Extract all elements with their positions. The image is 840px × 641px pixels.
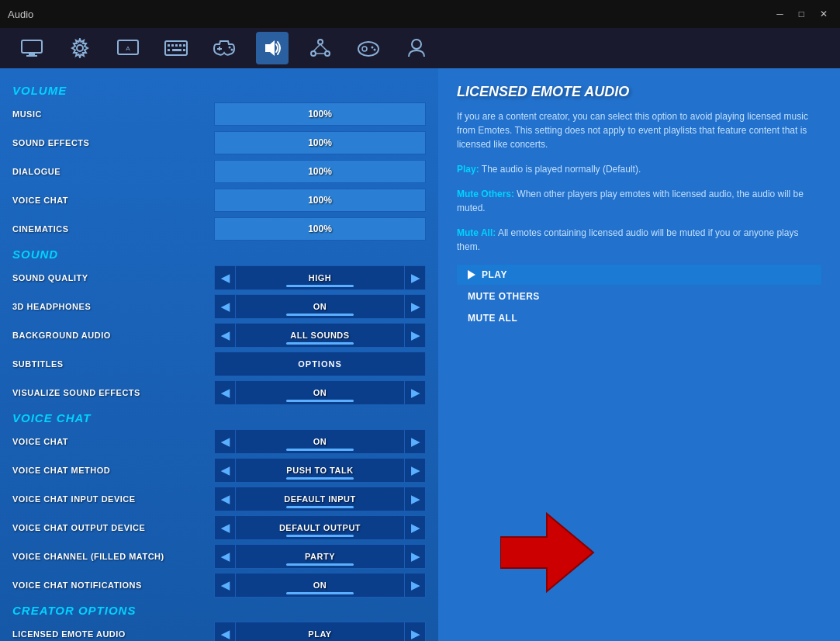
volume-section-header: VOLUME bbox=[12, 84, 426, 97]
svg-point-27 bbox=[362, 47, 367, 51]
background-audio-prev[interactable]: ◀ bbox=[214, 323, 236, 348]
voice-channel-label: VOICE CHANNEL (FILLED MATCH) bbox=[12, 552, 214, 561]
voice-notifications-prev[interactable]: ◀ bbox=[214, 573, 236, 598]
voice-chat-volume-value: 100% bbox=[308, 195, 332, 206]
voice-chat-output-prev[interactable]: ◀ bbox=[214, 515, 236, 540]
headphones-prev[interactable]: ◀ bbox=[214, 294, 236, 319]
nav-controller-icon[interactable] bbox=[208, 32, 240, 64]
voice-chat-method-row: VOICE CHAT METHOD ◀ PUSH TO TALK ▶ bbox=[12, 458, 426, 483]
nav-keyboard-icon[interactable] bbox=[160, 32, 192, 64]
sound-section-header: SOUND bbox=[12, 248, 426, 261]
licensed-emote-next[interactable]: ▶ bbox=[404, 622, 426, 641]
music-value: 100% bbox=[308, 109, 332, 120]
voice-chat-output-label: VOICE CHAT OUTPUT DEVICE bbox=[12, 523, 214, 532]
svg-marker-19 bbox=[265, 40, 275, 56]
subtitles-options-btn[interactable]: OPTIONS bbox=[214, 352, 426, 376]
dialogue-row: DIALOGUE 100% bbox=[12, 159, 426, 184]
voice-chat-input-next[interactable]: ▶ bbox=[404, 487, 426, 511]
visualize-selector: ◀ ON ▶ bbox=[214, 380, 426, 405]
background-audio-row: BACKGROUND AUDIO ◀ ALL SOUNDS ▶ bbox=[12, 323, 426, 348]
licensed-emote-prev[interactable]: ◀ bbox=[214, 622, 236, 641]
nav-monitor-icon[interactable] bbox=[16, 32, 48, 64]
nav-network-icon[interactable] bbox=[304, 32, 337, 64]
cinematics-slider[interactable]: 100% bbox=[214, 217, 426, 241]
nav-audio-icon[interactable] bbox=[256, 32, 289, 64]
voice-chat-output-value: DEFAULT OUTPUT bbox=[236, 515, 404, 540]
sound-quality-selector: ◀ HIGH ▶ bbox=[214, 265, 426, 290]
voice-chat-input-selector: ◀ DEFAULT INPUT ▶ bbox=[214, 487, 426, 511]
visualize-next[interactable]: ▶ bbox=[404, 380, 426, 405]
sound-quality-row: SOUND QUALITY ◀ HIGH ▶ bbox=[12, 265, 426, 290]
nav-bar: A bbox=[0, 28, 840, 68]
nav-display-icon[interactable]: A bbox=[112, 32, 144, 64]
voice-notifications-next[interactable]: ▶ bbox=[404, 573, 426, 598]
voice-chat-method-selector: ◀ PUSH TO TALK ▶ bbox=[214, 458, 426, 483]
svg-line-23 bbox=[313, 44, 320, 51]
play-label: Play: bbox=[457, 164, 479, 175]
right-panel-play-desc: Play: The audio is played normally (Defa… bbox=[457, 162, 821, 176]
mute-all-label: Mute All: bbox=[457, 227, 496, 238]
svg-rect-2 bbox=[26, 55, 37, 57]
title-bar: Audio ─ □ ✕ bbox=[0, 0, 840, 28]
voice-chat-volume-slider[interactable]: 100% bbox=[214, 189, 426, 212]
svg-point-20 bbox=[318, 40, 323, 44]
voice-channel-next[interactable]: ▶ bbox=[404, 544, 426, 569]
background-audio-value: ALL SOUNDS bbox=[236, 323, 404, 348]
creator-section-header: CREATOR OPTIONS bbox=[12, 604, 426, 617]
close-button[interactable]: ✕ bbox=[815, 7, 832, 21]
right-panel-mute-all-desc: Mute All: All emotes containing licensed… bbox=[457, 226, 821, 254]
licensed-emote-value: PLAY bbox=[236, 622, 404, 641]
voice-chat-output-selector: ◀ DEFAULT OUTPUT ▶ bbox=[214, 515, 426, 540]
minimize-button[interactable]: ─ bbox=[772, 7, 788, 21]
voice-channel-prev[interactable]: ◀ bbox=[214, 544, 236, 569]
sound-effects-label: SOUND EFFECTS bbox=[12, 138, 214, 147]
right-option-mute-others[interactable]: MUTE OTHERS bbox=[457, 286, 821, 307]
right-option-mute-all-label: MUTE ALL bbox=[468, 313, 517, 324]
dialogue-value: 100% bbox=[308, 166, 332, 177]
svg-rect-1 bbox=[29, 53, 35, 55]
voice-notifications-value: ON bbox=[236, 573, 404, 598]
cinematics-label: CINEMATICS bbox=[12, 224, 214, 234]
background-audio-next[interactable]: ▶ bbox=[404, 323, 426, 348]
sound-effects-value: 100% bbox=[308, 137, 332, 148]
svg-point-28 bbox=[372, 47, 374, 49]
music-slider[interactable]: 100% bbox=[214, 102, 426, 126]
nav-profile-icon[interactable] bbox=[400, 32, 433, 64]
sound-effects-slider[interactable]: 100% bbox=[214, 131, 426, 154]
sound-quality-prev[interactable]: ◀ bbox=[214, 265, 236, 290]
voice-chat-toggle-prev[interactable]: ◀ bbox=[214, 429, 236, 454]
voice-chat-input-prev[interactable]: ◀ bbox=[214, 487, 236, 511]
voice-chat-section-header: VOICE CHAT bbox=[12, 411, 426, 424]
voice-chat-toggle-next[interactable]: ▶ bbox=[404, 429, 426, 454]
red-arrow-icon bbox=[500, 506, 640, 599]
app-title: Audio bbox=[8, 9, 33, 20]
dialogue-label: DIALOGUE bbox=[12, 167, 214, 176]
voice-chat-method-prev[interactable]: ◀ bbox=[214, 458, 236, 483]
cinematics-row: CINEMATICS 100% bbox=[12, 217, 426, 241]
music-row: MUSIC 100% bbox=[12, 102, 426, 126]
right-option-play[interactable]: PLAY bbox=[457, 265, 821, 285]
voice-chat-method-next[interactable]: ▶ bbox=[404, 458, 426, 483]
headphones-next[interactable]: ▶ bbox=[404, 294, 426, 319]
voice-chat-toggle-value: ON bbox=[236, 429, 404, 454]
voice-chat-output-row: VOICE CHAT OUTPUT DEVICE ◀ DEFAULT OUTPU… bbox=[12, 515, 426, 540]
nav-gear-icon[interactable] bbox=[64, 32, 96, 64]
nav-gamepad2-icon[interactable] bbox=[352, 32, 385, 64]
dialogue-slider[interactable]: 100% bbox=[214, 160, 426, 183]
voice-chat-method-value: PUSH TO TALK bbox=[236, 458, 404, 483]
svg-point-22 bbox=[325, 51, 330, 56]
music-label: MUSIC bbox=[12, 109, 214, 119]
voice-notifications-row: VOICE CHAT NOTIFICATIONS ◀ ON ▶ bbox=[12, 573, 426, 598]
right-options-list: PLAY MUTE OTHERS MUTE ALL bbox=[457, 265, 821, 328]
maximize-button[interactable]: □ bbox=[794, 7, 809, 21]
sound-quality-next[interactable]: ▶ bbox=[404, 265, 426, 290]
play-triangle-icon bbox=[468, 270, 475, 279]
voice-chat-toggle-row: VOICE CHAT ◀ ON ▶ bbox=[12, 429, 426, 454]
right-option-mute-all[interactable]: MUTE ALL bbox=[457, 308, 821, 328]
subtitles-label: SUBTITLES bbox=[12, 359, 214, 369]
visualize-prev[interactable]: ◀ bbox=[214, 380, 236, 405]
left-panel: VOLUME MUSIC 100% SOUND EFFECTS 100% DIA… bbox=[0, 68, 438, 641]
voice-chat-output-next[interactable]: ▶ bbox=[404, 515, 426, 540]
voice-chat-method-label: VOICE CHAT METHOD bbox=[12, 466, 214, 475]
licensed-emote-row: LICENSED EMOTE AUDIO ◀ PLAY ▶ bbox=[12, 622, 426, 641]
